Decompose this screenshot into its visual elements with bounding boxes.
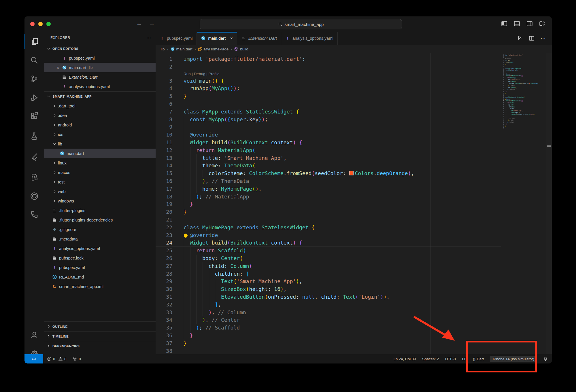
forward-arrow-icon[interactable]: →	[149, 20, 155, 27]
overview-ruler[interactable]	[546, 53, 552, 354]
code-line-9[interactable]: 9	[156, 123, 552, 131]
code-line-26[interactable]: 26 body: Center(	[156, 255, 552, 262]
tree-item-smart-machine-app-iml[interactable]: smart_machine_app.iml	[44, 282, 156, 291]
more-editor-actions-button[interactable]: ⋯	[540, 35, 546, 41]
line-number[interactable]: 22	[156, 224, 172, 232]
code-line-17[interactable]: 17 home: MyHomePage(),	[156, 185, 552, 193]
line-number[interactable]: 6	[501, 65, 504, 67]
line-number[interactable]: 2	[501, 56, 504, 58]
line-number[interactable]: 12	[501, 77, 504, 79]
minimize-window-button[interactable]	[38, 22, 43, 26]
tree-item-pubspec-lock[interactable]: pubspec.lock	[44, 253, 156, 263]
tab-pubspec-yaml[interactable]: !pubspec.yaml	[156, 32, 197, 45]
activity-bar-item-search[interactable]	[24, 53, 44, 68]
code-line-8[interactable]: 8 const MyApp({super.key});	[156, 116, 552, 124]
code-line-25[interactable]: 25 return Scaffold(	[156, 247, 552, 255]
toggle-primary-sidebar-icon[interactable]	[501, 20, 507, 27]
line-number[interactable]: 3	[501, 60, 504, 62]
line-number[interactable]: 15	[501, 83, 504, 85]
line-number[interactable]: 5	[156, 92, 172, 100]
tree-item-readme-md[interactable]: iREADME.md	[44, 272, 156, 282]
line-number[interactable]: 4	[156, 85, 172, 92]
activity-bar-item-accounts[interactable]	[24, 327, 44, 342]
line-number[interactable]: 25	[156, 247, 172, 255]
code-line-19[interactable]: 19 }	[156, 200, 552, 208]
tree-item--flutter-plugins-dependencies[interactable]: .flutter-plugins-dependencies	[44, 215, 156, 225]
sidebar-section-dependencies[interactable]: DEPENDENCIES	[44, 341, 156, 351]
tree-item--idea[interactable]: .idea	[44, 111, 156, 120]
line-number[interactable]: 27	[156, 262, 172, 270]
code-line-18[interactable]: 18 ); // MaterialApp	[156, 193, 552, 201]
remote-indicator[interactable]: ><	[24, 354, 43, 363]
line-number[interactable]: 38	[156, 347, 172, 354]
code-line-14[interactable]: 14 theme: ThemeData(	[156, 162, 552, 170]
code-line-20[interactable]: 20}	[156, 208, 552, 216]
line-number[interactable]: 9	[501, 71, 504, 73]
line-number[interactable]: 10	[156, 131, 172, 139]
code-line-27[interactable]: 27 child: Column(	[156, 262, 552, 270]
line-number[interactable]: 3	[156, 77, 172, 85]
line-number[interactable]: 36	[501, 123, 504, 125]
eol-indicator[interactable]: LF	[462, 357, 467, 361]
line-number[interactable]: 19	[501, 90, 504, 92]
line-number[interactable]: 23	[156, 232, 172, 239]
line-number[interactable]: 32	[156, 301, 172, 309]
line-number[interactable]: 1	[156, 55, 172, 63]
line-number[interactable]: 20	[156, 208, 172, 216]
line-number[interactable]: 12	[156, 147, 172, 154]
line-number[interactable]: 11	[501, 75, 504, 77]
line-number[interactable]: 21	[156, 216, 172, 224]
code-line-33[interactable]: 33 ), // Column	[156, 309, 552, 317]
line-number[interactable]: 13	[501, 79, 504, 81]
line-number[interactable]: 17	[501, 87, 504, 89]
toggle-secondary-sidebar-icon[interactable]	[526, 20, 533, 27]
line-number[interactable]: 31	[501, 114, 504, 116]
tree-item-linux[interactable]: linux	[44, 158, 156, 168]
code-line-15[interactable]: 15 colorScheme: ColorScheme.fromSeed(see…	[156, 170, 552, 177]
tree-item--dart-tool[interactable]: .dart_tool	[44, 101, 156, 111]
tree-item--flutter-plugins[interactable]: .flutter-plugins	[44, 206, 156, 215]
line-number[interactable]: 34	[501, 120, 504, 122]
device-selector[interactable]: iPhone 14 (ios simulator)	[490, 356, 537, 362]
codelens-run-debug-profile[interactable]: Run | Debug | Profile	[184, 71, 220, 77]
project-section-header[interactable]: SMART_MACHINE_APP	[44, 91, 156, 101]
breadcrumb-item-build[interactable]: build	[234, 47, 248, 51]
line-number[interactable]: 28	[501, 108, 504, 110]
activity-bar-item-references[interactable]	[24, 207, 44, 222]
tab-analysis-options-yaml[interactable]: !analysis_options.yaml	[281, 32, 338, 45]
code-line-6[interactable]: 6	[156, 100, 552, 108]
activity-bar-item-testing[interactable]	[24, 128, 44, 143]
line-number[interactable]: 10	[501, 73, 504, 75]
code-line-2[interactable]: 2	[156, 63, 552, 71]
tree-item-pubspec-yaml[interactable]: !pubspec.yaml	[44, 263, 156, 272]
tree-item-analysis-options-yaml[interactable]: !analysis_options.yaml	[44, 244, 156, 253]
tab-extension-dart[interactable]: Extension: Dart	[237, 32, 281, 45]
cursor-position-indicator[interactable]: Ln 24, Col 39	[394, 357, 416, 361]
sidebar-more-actions-icon[interactable]: ⋯	[146, 35, 152, 41]
problems-indicator[interactable]: 0 0	[47, 357, 66, 361]
open-editors-header[interactable]: OPEN EDITORS	[44, 44, 156, 53]
sidebar-section-timeline[interactable]: TIMELINE	[44, 331, 156, 341]
line-number[interactable]: 21	[501, 94, 504, 96]
traffic-lights[interactable]	[30, 22, 51, 26]
line-number[interactable]: 33	[156, 309, 172, 317]
activity-bar-item-github[interactable]	[24, 189, 44, 204]
split-editor-button[interactable]	[529, 35, 535, 41]
line-number[interactable]: 18	[156, 193, 172, 201]
line-number[interactable]: 29	[501, 110, 504, 112]
notifications-bell[interactable]	[543, 357, 548, 361]
line-number[interactable]: 1	[501, 54, 504, 56]
line-number[interactable]: 16	[501, 85, 504, 87]
line-number[interactable]: 8	[156, 116, 172, 124]
line-number[interactable]: 22	[501, 96, 504, 98]
line-number[interactable]: 25	[501, 102, 504, 104]
line-number[interactable]: 9	[156, 123, 172, 131]
tree-item-macos[interactable]: macos	[44, 168, 156, 177]
open-editor-analysis-options-yaml[interactable]: !analysis_options.yaml	[44, 82, 156, 91]
line-number[interactable]: 38	[501, 127, 504, 129]
line-number[interactable]: 28	[156, 270, 172, 278]
tree-item-ios[interactable]: ios	[44, 130, 156, 139]
activity-bar-item-explorer[interactable]	[24, 34, 45, 49]
code-line-23[interactable]: 23@override	[156, 232, 552, 239]
line-number[interactable]: 15	[156, 170, 172, 177]
